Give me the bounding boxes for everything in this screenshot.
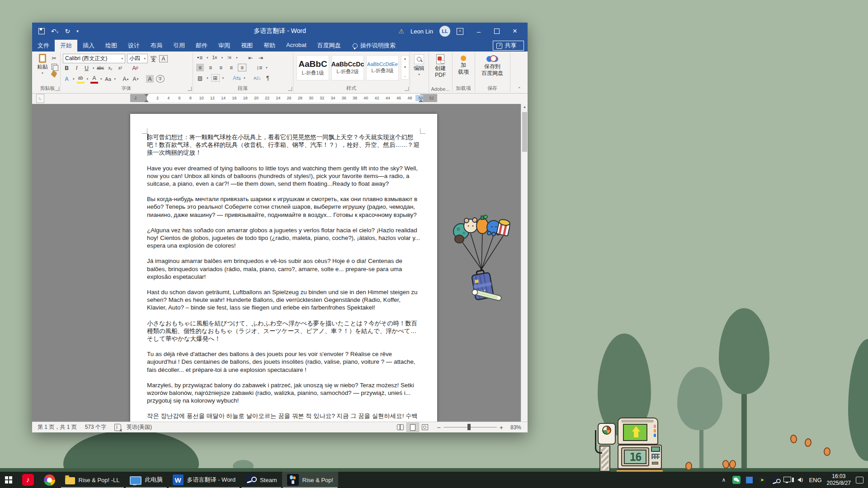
dialog-launcher-icon[interactable] xyxy=(405,87,409,91)
enclose-characters-icon[interactable]: 字 xyxy=(156,75,165,83)
sort-icon[interactable]: AZ↓ xyxy=(254,74,261,82)
share-button[interactable]: ↗ 共享 ▾ xyxy=(493,41,524,51)
tell-me-search[interactable]: 操作说明搜索 xyxy=(353,40,396,52)
redo-icon[interactable]: ↻ xyxy=(65,28,70,35)
horizontal-ruler[interactable]: 2246810121416182022242628303234363840424… xyxy=(130,94,437,102)
style-card[interactable]: AaBbC L-折叠1级 xyxy=(297,55,329,80)
grow-font-icon[interactable]: A▲ xyxy=(122,75,130,83)
underline-icon[interactable]: U xyxy=(83,64,90,72)
pointer-app-icon[interactable]: ➤ xyxy=(758,476,766,484)
borders-icon[interactable]: ⊞ xyxy=(211,74,220,82)
collapse-ribbon-icon[interactable]: ⌃ xyxy=(518,86,521,91)
create-pdf-button[interactable]: 创建PDF xyxy=(430,54,450,79)
dialog-launcher-icon[interactable] xyxy=(188,87,192,91)
cut-icon[interactable]: ✂ xyxy=(50,54,58,62)
character-border-icon[interactable]: A xyxy=(159,55,168,62)
taskbar-steam[interactable]: Steam xyxy=(241,472,282,488)
justify-icon[interactable]: ≡ xyxy=(227,64,235,71)
zoom-slider-thumb[interactable] xyxy=(467,424,471,430)
align-right-icon[interactable]: ≡ xyxy=(217,64,225,71)
dialog-launcher-icon[interactable] xyxy=(55,87,59,91)
dialog-launcher-icon[interactable] xyxy=(288,87,292,91)
start-button[interactable] xyxy=(0,472,17,488)
maximize-button[interactable] xyxy=(488,23,506,40)
undo-icon[interactable]: ↶˅ xyxy=(51,28,58,35)
page-indicator[interactable]: 第 1 页，共 1 页 xyxy=(38,423,77,431)
zoom-in-button[interactable]: + xyxy=(500,424,503,431)
steam-tray-icon[interactable] xyxy=(772,477,778,483)
copy-icon[interactable] xyxy=(52,64,57,70)
close-button[interactable]: × xyxy=(506,23,524,40)
language-indicator[interactable]: 英语(美国) xyxy=(127,423,152,431)
right-indent-marker[interactable] xyxy=(419,99,423,102)
warning-icon[interactable]: ⚠ xyxy=(399,28,405,35)
shading-icon[interactable]: ▨ xyxy=(196,74,204,82)
customize-qat-icon[interactable]: ▾ xyxy=(76,29,79,33)
ribbon-tab[interactable]: 帮助 xyxy=(258,40,281,52)
subscript-icon[interactable]: x₂ xyxy=(107,64,114,72)
strikethrough-icon[interactable]: abc xyxy=(97,64,104,72)
minimize-button[interactable]: – xyxy=(470,23,488,40)
ribbon-tab[interactable]: 邮件 xyxy=(190,40,213,52)
align-center-icon[interactable]: ≡ xyxy=(207,64,214,71)
text-effects-icon[interactable]: A xyxy=(63,75,71,83)
font-size-combo[interactable]: 小四 ▾ xyxy=(127,54,148,63)
zoom-level[interactable]: 83% xyxy=(510,424,521,431)
taskbar-chrome[interactable] xyxy=(39,472,60,488)
ribbon-tab[interactable]: 布局 xyxy=(145,40,168,52)
decrease-indent-icon[interactable]: ⇤ xyxy=(247,54,255,61)
italic-icon[interactable]: I xyxy=(73,64,80,72)
proofing-icon[interactable]: x xyxy=(114,424,121,431)
style-card[interactable]: AaBbCcDc L-折叠2级 xyxy=(331,55,364,80)
format-painter-icon[interactable] xyxy=(51,70,57,78)
styles-scroll-down-icon[interactable]: ▼ xyxy=(404,66,407,69)
change-case-icon[interactable]: Aa xyxy=(104,75,112,83)
highlight-icon[interactable]: ab xyxy=(77,74,85,84)
bullets-icon[interactable]: •≡ xyxy=(196,54,204,61)
hanging-indent-marker[interactable] xyxy=(144,99,149,102)
editing-button[interactable]: 编辑 ▾ xyxy=(411,54,427,77)
ribbon-tab[interactable]: 百度网盘 xyxy=(312,40,346,52)
ribbon-tab[interactable]: 绘图 xyxy=(100,40,123,52)
scroll-up-icon[interactable]: ▲ xyxy=(521,105,528,109)
shrink-font-icon[interactable]: A▼ xyxy=(132,75,140,83)
network-icon[interactable] xyxy=(783,476,791,484)
taskbar-word-document[interactable]: W 多语言翻译 - Word xyxy=(168,472,241,488)
ribbon-tab[interactable]: 审阅 xyxy=(213,40,236,52)
zoom-out-button[interactable]: − xyxy=(437,424,441,431)
show-marks-icon[interactable]: ¶ xyxy=(264,74,272,82)
read-mode-icon[interactable] xyxy=(395,423,406,432)
phonetic-guide-icon[interactable]: wén文 xyxy=(150,55,157,62)
account-name[interactable]: Leon Lin xyxy=(410,28,433,35)
tray-expand-icon[interactable]: ∧ xyxy=(720,476,727,484)
vertical-scrollbar[interactable]: ▲ xyxy=(521,104,528,422)
clock[interactable]: 16:03 2025/8/27 xyxy=(827,473,851,487)
netdisk-grid-icon[interactable] xyxy=(745,476,753,484)
web-layout-icon[interactable] xyxy=(419,423,431,432)
first-line-indent-marker[interactable] xyxy=(144,94,149,97)
save-icon[interactable] xyxy=(38,28,45,34)
asian-layout-icon[interactable]: A⇆ xyxy=(233,74,241,82)
taskbar-netease-music[interactable]: ♪ xyxy=(17,472,39,488)
wechat-icon[interactable] xyxy=(732,476,741,484)
tab-stop-selector[interactable]: ∟ xyxy=(36,94,44,103)
zoom-slider[interactable] xyxy=(443,427,497,427)
ribbon-tab[interactable]: 开始 xyxy=(55,40,77,52)
addin-button[interactable]: 加载项 xyxy=(454,54,473,75)
taskbar-this-pc[interactable]: 此电脑 xyxy=(125,472,168,488)
numbering-icon[interactable]: 1≡ xyxy=(211,54,219,61)
clear-formatting-icon[interactable]: A xyxy=(132,64,139,72)
line-spacing-icon[interactable]: ↕≡ xyxy=(255,64,263,71)
action-center-icon[interactable] xyxy=(856,477,863,483)
multilevel-list-icon[interactable]: ⁝≡ xyxy=(226,54,233,61)
ribbon-tab[interactable]: 文件 xyxy=(32,40,55,52)
word-count[interactable]: 573 个字 xyxy=(85,423,106,431)
align-left-icon[interactable]: ≡ xyxy=(196,64,204,71)
ribbon-tab[interactable]: Acrobat xyxy=(281,40,312,52)
superscript-icon[interactable]: x² xyxy=(117,64,124,72)
ribbon-tab[interactable]: 引用 xyxy=(168,40,190,52)
taskbar-folder-window[interactable]: Rise & Pop! -LL xyxy=(60,472,125,488)
ribbon-tab[interactable]: 插入 xyxy=(77,40,100,52)
font-color-icon[interactable]: A xyxy=(90,74,98,84)
taskbar-rise-and-pop[interactable]: Rise & Pop! xyxy=(282,472,339,488)
